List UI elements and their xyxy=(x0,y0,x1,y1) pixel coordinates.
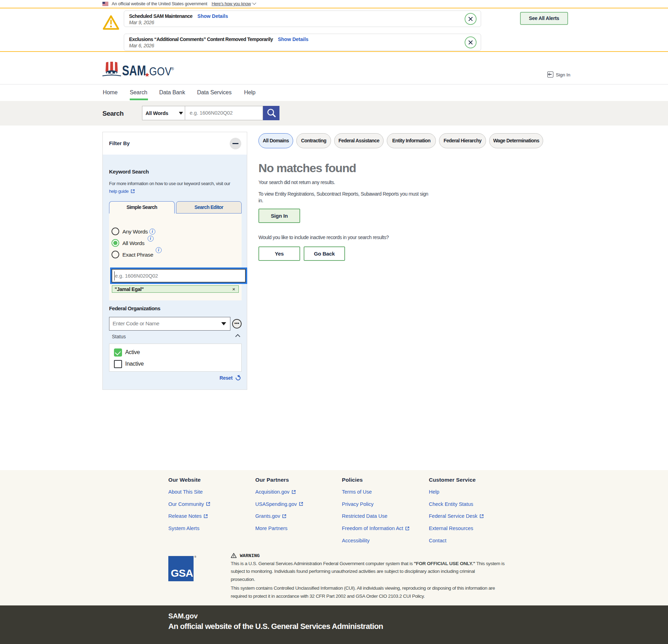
svg-text:GOV: GOV xyxy=(149,65,172,78)
svg-text:SAM: SAM xyxy=(122,62,146,79)
svg-text:®: ® xyxy=(171,67,174,71)
